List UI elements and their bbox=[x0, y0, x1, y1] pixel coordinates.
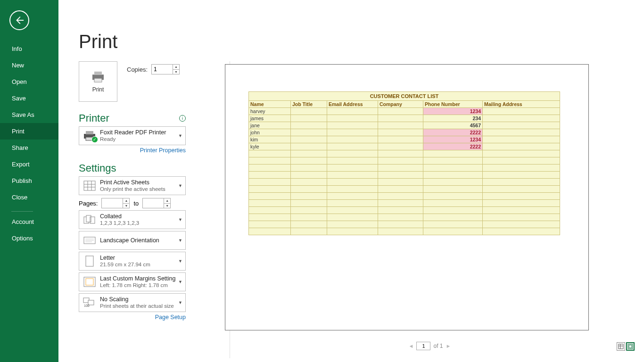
table-cell bbox=[291, 150, 327, 157]
copies-input[interactable] bbox=[152, 66, 171, 73]
table-cell: 1234 bbox=[423, 108, 483, 115]
scaling-title: No Scaling bbox=[100, 296, 174, 303]
table-cell: kyle bbox=[249, 143, 291, 150]
pages-from-down[interactable]: ▼ bbox=[123, 204, 129, 208]
table-row: james234 bbox=[249, 115, 560, 122]
nav-item-new[interactable]: New bbox=[0, 57, 58, 74]
nav-item-save-as[interactable]: Save As bbox=[0, 107, 58, 123]
table-cell bbox=[378, 221, 423, 228]
pages-to-input[interactable] bbox=[143, 200, 162, 206]
table-cell bbox=[483, 136, 560, 143]
pages-from-input[interactable] bbox=[102, 200, 121, 206]
pages-from-stepper[interactable]: ▲▼ bbox=[101, 198, 130, 208]
print-button[interactable]: Print bbox=[79, 61, 117, 102]
table-cell bbox=[378, 165, 423, 172]
table-cell bbox=[483, 122, 560, 129]
table-row: harvey1234 bbox=[249, 108, 560, 115]
copies-down[interactable]: ▼ bbox=[173, 70, 179, 74]
backstage-sidebar: InfoNewOpenSaveSave AsPrintShareExportPu… bbox=[0, 0, 58, 362]
table-cell bbox=[483, 115, 560, 122]
scope-sub: Only print the active sheets bbox=[100, 186, 165, 193]
copies-up[interactable]: ▲ bbox=[173, 65, 179, 70]
table-row bbox=[249, 193, 560, 200]
nav-item-account[interactable]: Account bbox=[0, 214, 58, 230]
print-preview: CUSTOMER CONTACT LIST NameJob TitleEmail… bbox=[225, 61, 635, 351]
chevron-down-icon: ▼ bbox=[178, 183, 182, 188]
svg-text:100: 100 bbox=[84, 304, 90, 307]
print-button-label: Print bbox=[92, 86, 104, 93]
table-cell: jane bbox=[249, 122, 291, 129]
grid-icon bbox=[83, 181, 96, 191]
info-icon[interactable]: i bbox=[179, 115, 186, 122]
page-number-input[interactable] bbox=[416, 342, 430, 350]
table-cell bbox=[483, 193, 560, 200]
table-cell bbox=[291, 115, 327, 122]
orientation-dropdown[interactable]: Landscape Orientation ▼ bbox=[79, 231, 186, 250]
zoom-to-page-button[interactable] bbox=[626, 342, 635, 351]
column-header: Job Title bbox=[291, 101, 327, 108]
table-row bbox=[249, 228, 560, 235]
nav-item-share[interactable]: Share bbox=[0, 140, 58, 156]
margins-dropdown[interactable]: Last Custom Margins SettingLeft: 1.78 cm… bbox=[79, 272, 186, 291]
pages-to-stepper[interactable]: ▲▼ bbox=[142, 198, 171, 208]
table-cell bbox=[378, 200, 423, 207]
page-setup-link[interactable]: Page Setup bbox=[79, 314, 186, 321]
table-cell bbox=[291, 200, 327, 207]
table-cell bbox=[423, 200, 483, 207]
table-cell bbox=[378, 150, 423, 157]
paper-size-dropdown[interactable]: Letter21.59 cm x 27.94 cm ▼ bbox=[79, 252, 186, 271]
table-cell: 234 bbox=[423, 115, 483, 122]
collate-dropdown[interactable]: Collated1,2,3 1,2,3 1,2,3 ▼ bbox=[79, 210, 186, 229]
printer-dropdown[interactable]: ✓ Foxit Reader PDF PrinterReady ▼ bbox=[79, 126, 186, 145]
column-header: Phone Number bbox=[423, 101, 483, 108]
collate-icon bbox=[83, 215, 96, 224]
chevron-down-icon: ▼ bbox=[178, 217, 182, 222]
table-cell bbox=[327, 150, 378, 157]
table-cell bbox=[378, 179, 423, 186]
show-margins-button[interactable] bbox=[617, 342, 625, 351]
nav-item-export[interactable]: Export bbox=[0, 156, 58, 173]
printer-properties-link[interactable]: Printer Properties bbox=[79, 147, 186, 154]
table-cell bbox=[327, 221, 378, 228]
table-cell bbox=[483, 221, 560, 228]
nav-item-options[interactable]: Options bbox=[0, 230, 58, 247]
copies-stepper[interactable]: ▲▼ bbox=[151, 64, 180, 74]
printer-name: Foxit Reader PDF Printer bbox=[100, 129, 166, 136]
collate-title: Collated bbox=[100, 213, 139, 220]
print-scope-dropdown[interactable]: Print Active SheetsOnly print the active… bbox=[79, 176, 186, 195]
back-button[interactable] bbox=[9, 10, 29, 30]
table-cell bbox=[249, 214, 291, 221]
table-cell bbox=[423, 157, 483, 165]
table-cell bbox=[327, 122, 378, 129]
nav-item-print[interactable]: Print bbox=[0, 123, 58, 140]
nav-item-open[interactable]: Open bbox=[0, 74, 58, 90]
table-cell bbox=[423, 172, 483, 179]
pages-to-up[interactable]: ▲ bbox=[164, 198, 170, 204]
nav-item-info[interactable]: Info bbox=[0, 41, 58, 57]
table-cell bbox=[483, 228, 560, 235]
margins-title: Last Custom Margins Setting bbox=[100, 275, 176, 282]
scaling-dropdown[interactable]: 100 No ScalingPrint sheets at their actu… bbox=[79, 293, 186, 312]
nav-item-publish[interactable]: Publish bbox=[0, 173, 58, 189]
table-cell bbox=[378, 186, 423, 193]
pages-to-down[interactable]: ▼ bbox=[164, 204, 170, 208]
nav-item-save[interactable]: Save bbox=[0, 90, 58, 107]
table-cell: james bbox=[249, 115, 291, 122]
table-cell bbox=[327, 108, 378, 115]
nav-item-close[interactable]: Close bbox=[0, 189, 58, 206]
table-cell bbox=[249, 186, 291, 193]
table-row bbox=[249, 186, 560, 193]
margins-icon bbox=[83, 277, 96, 287]
column-header: Email Address bbox=[327, 101, 378, 108]
prev-page-icon[interactable]: ◄ bbox=[409, 343, 414, 349]
arrow-left-icon bbox=[14, 15, 25, 25]
table-cell bbox=[291, 186, 327, 193]
table-cell: john bbox=[249, 129, 291, 136]
next-page-icon[interactable]: ► bbox=[446, 343, 451, 349]
pages-from-up[interactable]: ▲ bbox=[123, 198, 129, 204]
landscape-icon bbox=[83, 236, 96, 245]
table-cell bbox=[327, 157, 378, 165]
table-cell bbox=[483, 157, 560, 165]
preview-table: CUSTOMER CONTACT LIST NameJob TitleEmail… bbox=[248, 91, 560, 235]
table-cell bbox=[378, 143, 423, 150]
